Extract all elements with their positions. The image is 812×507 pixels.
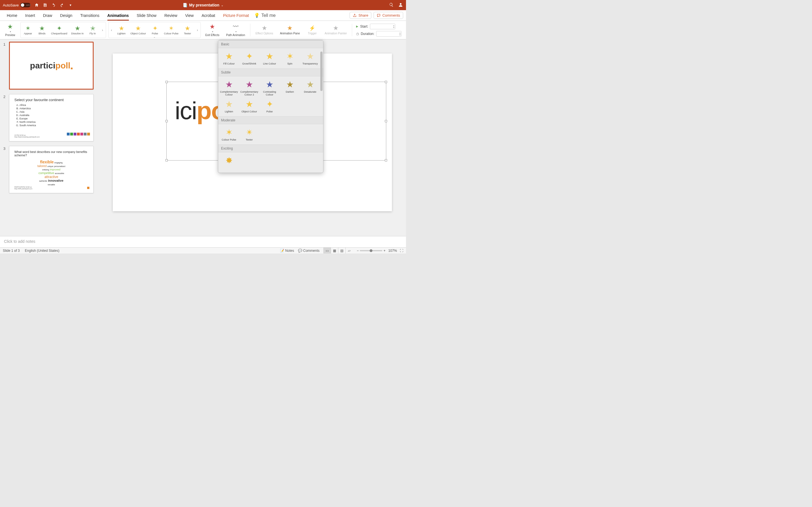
gallery-line-colour[interactable]: ★Line Colour [259,50,280,67]
tab-home[interactable]: Home [3,10,21,20]
home-icon[interactable] [35,3,39,7]
tab-insert[interactable]: Insert [21,10,39,20]
view-reading[interactable]: ▤ [338,247,345,254]
slide-number-3: 3 [3,146,7,193]
gallery-complementary-colour[interactable]: ★Complementary Colour [219,78,239,98]
emphasis-dropdown-caret[interactable]: ⌄ [153,36,156,38]
slide-indicator: Slide 1 of 3 [3,249,20,252]
gallery-contrasting-colour[interactable]: ★Contrasting Colour [259,78,280,98]
gallery-transparency[interactable]: ★Transparency [300,50,320,67]
entrance-effects-group: ✶Appear ★Blinds ✦Chequerboard ★Dissolve … [20,22,106,38]
ribbon-tabs: Home Insert Draw Design Transitions Anim… [0,10,406,21]
thumbnail-slide-3[interactable]: What word best describes our new company… [9,146,94,193]
zoom-slider[interactable] [360,250,382,251]
slide3-question: What word best describes our new company… [14,150,88,157]
path-animation-button[interactable]: 〰▾Path Animation [224,22,247,38]
gallery-section-basic: Basic [218,40,323,48]
resize-handle[interactable] [165,81,168,83]
view-sorter[interactable]: ▦ [331,247,338,254]
tab-acrobat[interactable]: Acrobat [198,10,219,20]
effect-pulse[interactable]: ✦Pulse [148,25,162,36]
view-slideshow[interactable]: ▱ [345,247,353,254]
emphasis-next[interactable]: › [195,23,200,37]
animation-pane-button[interactable]: ★Animation Pane [278,22,302,38]
tab-slideshow[interactable]: Slide Show [133,10,160,20]
resize-handle[interactable] [385,120,387,122]
tab-picture-format[interactable]: Picture Format [219,10,253,20]
gallery-section-exciting: Exciting [218,145,323,152]
effect-colour-pulse[interactable]: ✶Colour Pulse [162,25,181,36]
emphasis-prev[interactable]: ‹ [109,23,114,37]
zoom-percent[interactable]: 107% [388,249,397,252]
exit-effects-button[interactable]: ★▾Exit Effects [203,22,221,38]
gallery-darken[interactable]: ★Darken [280,78,300,98]
preview-button[interactable]: ★▾Preview [2,22,18,38]
resize-handle[interactable] [385,81,387,83]
effect-object-colour[interactable]: ★Object Colour [129,25,148,36]
tell-me-search[interactable]: 💡 Tell me [254,13,276,18]
effect-dissolve-in[interactable]: ★Dissolve In [70,25,86,36]
gallery-lighten[interactable]: ★Lighten [219,98,239,115]
gallery-desaturate[interactable]: ★Desaturate [300,78,320,98]
gallery-object-colour[interactable]: ★Object Colour [239,98,259,115]
thumbnail-slide-2[interactable]: Select your favourite continent AfricaAn… [9,94,94,142]
account-icon[interactable] [398,2,403,8]
thumbnail-slide-1[interactable]: participoll [9,42,94,90]
resize-handle[interactable] [165,159,168,161]
resize-handle[interactable] [385,159,387,161]
gallery-spin[interactable]: ✶Spin [280,50,300,67]
entrance-next[interactable]: › [100,23,105,37]
comments-button[interactable]: Comments [373,12,403,19]
duration-input[interactable]: ▴▾ [376,31,402,37]
effect-teeter[interactable]: ★Teeter [181,25,194,36]
effect-lighten[interactable]: ★Lighten [115,25,128,36]
tab-draw[interactable]: Draw [39,10,56,20]
start-label: Start: [360,24,368,29]
resize-handle[interactable] [165,120,168,122]
tab-review[interactable]: Review [160,10,181,20]
chevron-down-icon: ⌄ [221,4,223,7]
gallery-exciting-item[interactable]: ✸ [219,155,239,172]
slide3-wordcloud: flexible engaging tailored unique person… [14,160,88,186]
tab-transitions[interactable]: Transitions [77,10,103,20]
save-icon[interactable] [43,3,47,7]
fit-to-window[interactable]: ⛶ [400,249,403,252]
notes-pane[interactable]: Click to add notes [0,236,406,247]
undo-icon[interactable] [51,3,56,7]
start-select[interactable]: ▴▾ [370,24,395,29]
autosave-toggle[interactable]: OFF [20,3,31,7]
tab-view[interactable]: View [181,10,198,20]
gallery-colour-pulse[interactable]: ✶Colour Pulse [219,126,239,144]
share-button[interactable]: Share [350,12,371,19]
gallery-scrollbar[interactable] [320,52,322,171]
view-normal[interactable]: ▭ [323,247,331,254]
quick-access-more-icon[interactable]: ▾ [68,3,73,7]
play-icon: ▶ [356,25,358,28]
slide2-list: AfricaAntarctica AsiaAustralia EuropeNor… [14,104,88,127]
effect-blinds[interactable]: ★Blinds [35,25,49,36]
zoom-control: − + 107% ⛶ [357,249,403,252]
document-title[interactable]: 📑 My presentation ⌄ [183,3,223,7]
redo-icon[interactable] [60,3,64,7]
effect-appear[interactable]: ✶Appear [21,25,35,36]
gallery-complementary-colour-2[interactable]: ★Complementary Colour 2 [239,78,259,98]
slide3-square-icon [87,187,89,189]
notes-toggle[interactable]: 📝 Notes [280,249,294,252]
slide-number-2: 2 [3,94,7,142]
language-indicator[interactable]: English (United States) [25,249,59,252]
tab-design[interactable]: Design [56,10,77,20]
gallery-teeter[interactable]: ✴Teeter [239,126,259,144]
tab-animations[interactable]: Animations [103,10,133,20]
comments-toggle[interactable]: 💬 Comments [298,249,319,252]
search-icon[interactable] [389,3,394,8]
timing-group: ▶Start:▴▾ ◷Duration:▴▾ [355,22,402,38]
zoom-out[interactable]: − [357,249,359,252]
effect-chequerboard[interactable]: ✦Chequerboard [49,25,69,36]
gallery-pulse[interactable]: ✦Pulse [259,98,280,115]
gallery-grow-shrink[interactable]: ✦Grow/Shrink [239,50,259,67]
bulb-icon: 💡 [254,13,260,18]
zoom-in[interactable]: + [384,249,386,252]
effect-fly-in[interactable]: ✭Fly In [86,25,100,36]
gallery-fill-colour[interactable]: ★Fill Colour [219,50,239,67]
slide2-colorchips [67,133,90,135]
